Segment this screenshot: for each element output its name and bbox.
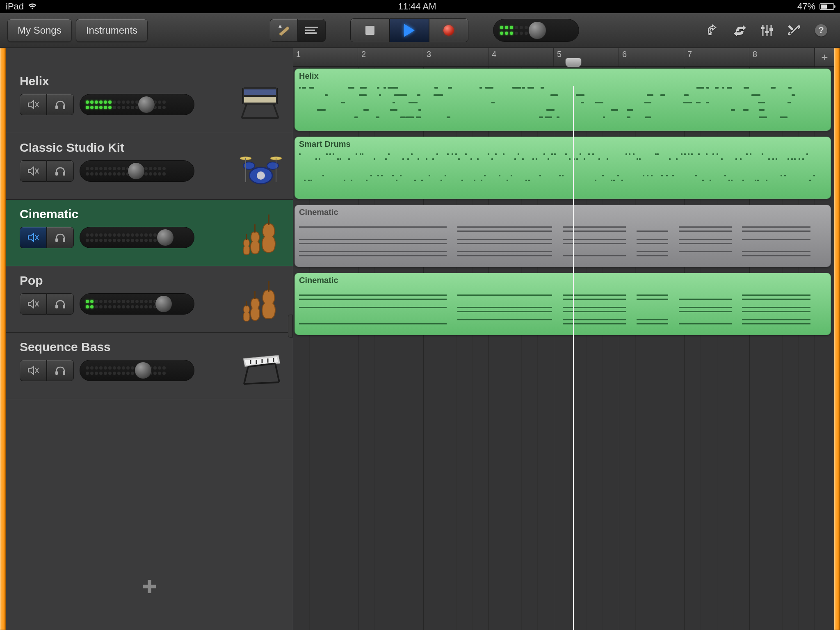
svg-rect-25 <box>55 238 58 242</box>
volume-knob[interactable] <box>128 162 145 180</box>
region[interactable]: Cinematic <box>294 205 831 267</box>
svg-rect-13 <box>244 89 276 95</box>
regions-area[interactable]: HelixSmart DrumsCinematicCinematic <box>293 67 834 630</box>
region[interactable]: Cinematic <box>294 273 831 335</box>
track-name: Cinematic <box>20 207 236 221</box>
my-songs-button[interactable]: My Songs <box>7 19 72 42</box>
master-volume[interactable] <box>493 19 579 42</box>
svg-rect-5 <box>761 27 765 29</box>
mixer-icon[interactable] <box>756 19 778 42</box>
master-volume-knob[interactable] <box>528 21 546 39</box>
right-edge-handle[interactable] <box>834 48 840 630</box>
region-label: Cinematic <box>299 276 826 285</box>
strings-icon <box>236 276 285 325</box>
svg-point-4 <box>708 33 712 35</box>
clock: 11:44 AM <box>398 1 436 12</box>
svg-rect-2 <box>305 30 315 31</box>
track-name: Sequence Bass <box>20 340 236 354</box>
bar-ruler[interactable]: 12345678 + <box>293 48 834 67</box>
battery-icon <box>819 3 834 10</box>
wifi-icon <box>28 3 37 10</box>
loop-icon[interactable] <box>728 19 751 42</box>
solo-headphones-button[interactable] <box>47 94 74 115</box>
svg-rect-14 <box>244 97 276 103</box>
track-volume-slider[interactable] <box>80 94 194 115</box>
track-volume-slider[interactable] <box>80 360 194 381</box>
mute-button[interactable] <box>20 293 47 315</box>
svg-rect-30 <box>55 305 58 308</box>
svg-rect-3 <box>305 32 317 34</box>
play-button[interactable] <box>390 18 429 42</box>
svg-rect-15 <box>55 172 58 176</box>
svg-rect-29 <box>246 234 247 240</box>
ruler-bar[interactable]: 8 <box>749 48 815 66</box>
playhead-line <box>573 86 574 630</box>
ruler-bar[interactable]: 4 <box>488 48 554 66</box>
instrument-view-button[interactable] <box>270 19 298 42</box>
track-header[interactable]: Classic Studio Kit <box>6 133 293 200</box>
solo-headphones-button[interactable] <box>47 293 74 315</box>
region-label: Cinematic <box>299 208 826 217</box>
ruler-bar[interactable]: 7 <box>684 48 749 66</box>
svg-point-19 <box>243 162 255 169</box>
track-header[interactable]: Sequence Bass <box>6 333 293 399</box>
carrier-label: iPad <box>6 1 24 12</box>
svg-text:?: ? <box>818 25 824 35</box>
pane-resize-handle[interactable] <box>288 315 293 338</box>
drums-icon <box>236 143 285 192</box>
volume-knob[interactable] <box>155 295 172 313</box>
add-section-button[interactable]: + <box>815 48 834 66</box>
record-button[interactable] <box>429 18 468 42</box>
mute-button[interactable] <box>20 94 47 115</box>
solo-headphones-button[interactable] <box>47 227 74 248</box>
svg-rect-27 <box>268 215 269 225</box>
mute-button[interactable] <box>20 360 47 381</box>
track-header[interactable]: Pop <box>6 266 293 333</box>
left-edge-handle[interactable] <box>0 48 6 630</box>
help-icon[interactable]: ? <box>810 19 833 42</box>
region[interactable]: Smart Drums <box>294 137 831 199</box>
svg-rect-35 <box>55 371 58 375</box>
track-volume-slider[interactable] <box>80 293 194 315</box>
svg-rect-34 <box>246 301 247 306</box>
instruments-button[interactable]: Instruments <box>76 19 148 42</box>
region[interactable]: Helix <box>294 68 831 131</box>
svg-rect-36 <box>63 371 65 375</box>
svg-rect-7 <box>769 28 773 31</box>
solo-headphones-button[interactable] <box>47 360 74 381</box>
view-toggle <box>270 19 326 42</box>
stop-button[interactable] <box>350 18 390 42</box>
volume-knob[interactable] <box>157 229 174 246</box>
ruler-bar[interactable]: 3 <box>423 48 488 66</box>
track-header[interactable]: Helix <box>6 67 293 133</box>
volume-knob[interactable] <box>138 96 155 113</box>
tracks-view-button[interactable] <box>298 19 326 42</box>
keys-icon <box>236 342 285 391</box>
strings-icon <box>236 209 285 258</box>
toolbar: My Songs Instruments ? <box>0 13 840 48</box>
svg-rect-1 <box>305 27 318 28</box>
volume-knob[interactable] <box>135 362 152 379</box>
playhead-handle[interactable] <box>565 58 582 68</box>
ruler-bar[interactable]: 5 <box>554 48 619 66</box>
ruler-bar[interactable]: 6 <box>619 48 684 66</box>
add-track-button[interactable]: ✚ <box>6 399 293 630</box>
ruler-bar[interactable]: 1 <box>293 48 358 66</box>
track-name: Pop <box>20 274 236 288</box>
battery-pct: 47% <box>797 1 815 12</box>
transport-controls <box>350 18 468 42</box>
track-volume-slider[interactable] <box>80 160 194 182</box>
region-label: Smart Drums <box>299 139 826 149</box>
loop-browser-icon[interactable] <box>701 19 724 42</box>
mute-button[interactable] <box>20 227 47 248</box>
solo-headphones-button[interactable] <box>47 160 74 182</box>
ruler-bar[interactable]: 2 <box>358 48 423 66</box>
svg-rect-26 <box>63 238 65 242</box>
track-header[interactable]: Cinematic <box>6 200 293 266</box>
status-bar: iPad 11:44 AM 47% <box>0 0 840 13</box>
svg-rect-6 <box>765 31 769 33</box>
settings-icon[interactable] <box>783 19 806 42</box>
track-volume-slider[interactable] <box>80 227 194 248</box>
svg-rect-32 <box>268 281 269 292</box>
mute-button[interactable] <box>20 160 47 182</box>
